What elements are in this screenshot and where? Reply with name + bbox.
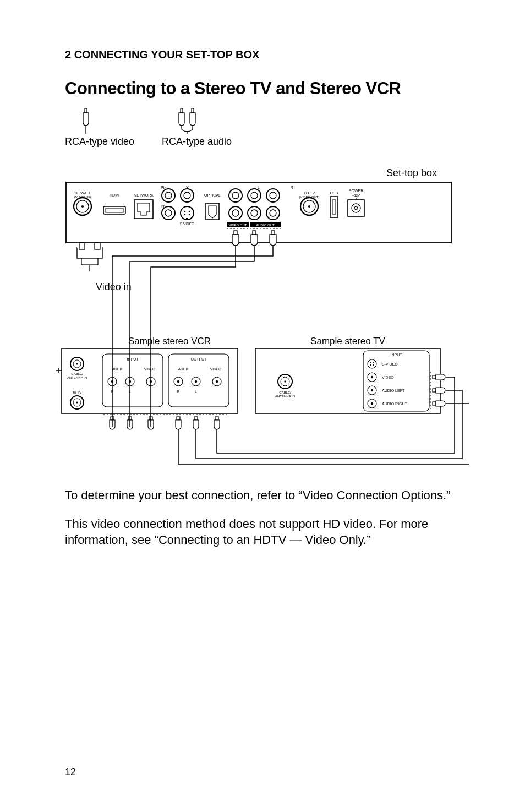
svg-point-25 bbox=[189, 214, 190, 216]
svg-rect-13 bbox=[106, 208, 123, 212]
svg-text:VIDEO: VIDEO bbox=[210, 367, 221, 371]
port-to-tv-label: TO TV bbox=[304, 191, 315, 195]
svg-rect-12 bbox=[103, 206, 125, 214]
svg-rect-86 bbox=[168, 354, 229, 407]
port-usb-label: USB bbox=[330, 191, 338, 195]
port-hdmi-label: HDMI bbox=[110, 193, 119, 197]
svg-rect-129 bbox=[433, 389, 436, 392]
svg-rect-74 bbox=[102, 354, 163, 407]
svg-rect-26 bbox=[186, 218, 188, 220]
svg-point-22 bbox=[184, 211, 186, 212]
paragraph-1: To determine your best connection, refer… bbox=[65, 487, 460, 504]
port-r-label: R bbox=[290, 186, 293, 189]
port-l-label: L bbox=[258, 186, 260, 189]
svg-text:AUDIO RIGHT: AUDIO RIGHT bbox=[382, 402, 408, 406]
vcr-title: Sample stereo VCR bbox=[128, 336, 211, 346]
svg-rect-124 bbox=[177, 417, 180, 420]
settop-label: Set-top box bbox=[51, 167, 437, 179]
rca-video-legend: RCA-type video bbox=[65, 108, 134, 148]
svg-point-101 bbox=[284, 380, 286, 382]
svg-rect-2 bbox=[181, 108, 183, 113]
video-out-strip: VIDEO OUT bbox=[228, 224, 247, 227]
svg-text:AUDIO: AUDIO bbox=[112, 367, 124, 371]
svg-point-107 bbox=[370, 362, 371, 363]
svg-point-106 bbox=[368, 359, 376, 368]
svg-point-67 bbox=[76, 363, 78, 365]
port-y-label: Y bbox=[186, 186, 189, 189]
svg-text:OUTPUT: OUTPUT bbox=[191, 357, 207, 361]
svg-text:AUDIO: AUDIO bbox=[178, 367, 190, 371]
svg-text:INPUT: INPUT bbox=[391, 353, 403, 357]
svg-point-10 bbox=[81, 205, 84, 208]
svg-point-28 bbox=[229, 189, 242, 202]
svg-text:DC: DC bbox=[354, 197, 359, 200]
svg-point-21 bbox=[181, 206, 194, 220]
svg-point-19 bbox=[162, 206, 175, 220]
svg-text:To TV: To TV bbox=[73, 390, 83, 394]
svg-point-109 bbox=[370, 364, 371, 366]
port-network-label: NETWORK bbox=[134, 193, 154, 197]
svg-text:VIDEO: VIDEO bbox=[382, 375, 394, 379]
svg-point-23 bbox=[189, 211, 190, 212]
svg-point-33 bbox=[270, 192, 276, 199]
svg-text:(VIDEO IN): (VIDEO IN) bbox=[74, 195, 91, 199]
svg-point-36 bbox=[248, 206, 261, 220]
cable-legend: RCA-type video RCA-type audio bbox=[65, 108, 460, 148]
svg-point-119 bbox=[371, 402, 373, 405]
svg-rect-125 bbox=[194, 417, 198, 420]
rca-audio-label: RCA-type audio bbox=[162, 136, 232, 148]
svg-point-91 bbox=[177, 380, 179, 383]
section-header: 2 CONNECTING YOUR SET-TOP BOX bbox=[65, 48, 460, 61]
svg-point-37 bbox=[251, 210, 258, 216]
svg-point-93 bbox=[195, 380, 197, 383]
svg-point-73 bbox=[76, 402, 78, 404]
svg-text:INPUT: INPUT bbox=[127, 357, 139, 361]
svg-point-38 bbox=[266, 206, 280, 220]
port-pr-label: Pr bbox=[161, 204, 165, 208]
svg-point-17 bbox=[181, 189, 194, 202]
svg-point-32 bbox=[266, 189, 280, 202]
svg-rect-126 bbox=[215, 417, 218, 420]
svg-point-34 bbox=[229, 206, 242, 220]
svg-point-29 bbox=[232, 192, 239, 199]
svg-rect-64 bbox=[62, 348, 238, 413]
svg-rect-14 bbox=[134, 200, 153, 219]
svg-text:AUDIO LEFT: AUDIO LEFT bbox=[382, 389, 405, 393]
svg-rect-7 bbox=[66, 182, 451, 243]
paragraph-2: This video connection method does not su… bbox=[65, 516, 460, 548]
svg-point-24 bbox=[184, 214, 186, 216]
port-power-label: POWER bbox=[349, 189, 363, 193]
wiring-diagram: Set-top box TO WALL (VIDEO IN) HDMI NETW… bbox=[51, 167, 447, 468]
svg-rect-55 bbox=[79, 243, 85, 249]
svg-point-18 bbox=[184, 192, 190, 199]
svg-point-113 bbox=[371, 376, 373, 378]
svg-point-110 bbox=[373, 364, 374, 366]
svg-rect-0 bbox=[85, 108, 87, 113]
svg-point-95 bbox=[216, 380, 218, 383]
svg-text:VIDEO: VIDEO bbox=[144, 367, 155, 371]
svg-point-15 bbox=[162, 189, 175, 202]
svg-rect-98 bbox=[255, 348, 440, 413]
svg-text:R: R bbox=[177, 390, 180, 393]
rca-video-label: RCA-type video bbox=[65, 136, 134, 148]
port-pb-label: Pb bbox=[161, 186, 166, 189]
svg-point-31 bbox=[251, 192, 258, 199]
port-svideo-label: S VIDEO bbox=[180, 222, 194, 226]
svg-rect-56 bbox=[95, 243, 100, 249]
rca-single-plug-icon bbox=[80, 108, 91, 134]
svg-point-35 bbox=[232, 210, 239, 216]
svg-text:ANTENNA IN: ANTENNA IN bbox=[275, 395, 295, 398]
svg-rect-61 bbox=[253, 231, 256, 235]
port-to-wall-label: TO WALL bbox=[74, 191, 91, 195]
tv-title: Sample stereo TV bbox=[310, 336, 385, 346]
rca-double-plug-icon bbox=[177, 108, 198, 134]
svg-text:L: L bbox=[195, 390, 197, 393]
svg-point-20 bbox=[165, 210, 172, 216]
svg-rect-60 bbox=[234, 231, 237, 235]
svg-point-49 bbox=[352, 204, 360, 212]
svg-point-116 bbox=[371, 389, 373, 391]
svg-text:S-VIDEO: S-VIDEO bbox=[382, 362, 398, 366]
page-number: 12 bbox=[65, 766, 76, 778]
svg-point-16 bbox=[165, 192, 172, 199]
svg-point-108 bbox=[373, 362, 374, 363]
